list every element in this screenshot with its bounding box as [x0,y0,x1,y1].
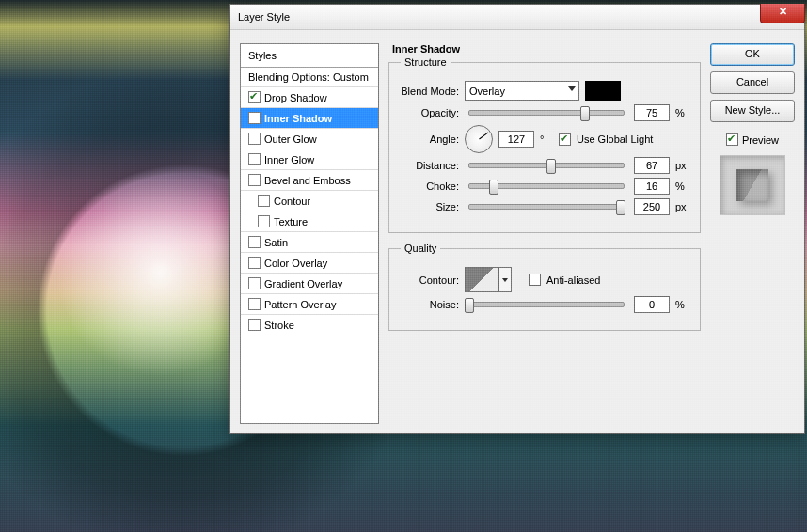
layer-style-dialog: Layer Style ✕ Styles Blending Options: C… [229,4,805,434]
anti-aliased-label: Anti-aliased [546,274,600,286]
global-light-checkbox[interactable] [559,133,571,146]
titlebar[interactable]: Layer Style ✕ [230,5,804,30]
structure-legend: Structure [401,56,451,68]
style-row-inner-glow[interactable]: Inner Glow [241,149,378,170]
style-row-inner-shadow[interactable]: Inner Shadow [241,108,378,129]
noise-input[interactable]: 0 [634,296,670,313]
noise-slider[interactable] [468,302,625,307]
structure-group: Structure Blend Mode: Overlay Opacity: [388,56,701,233]
angle-input[interactable]: 127 [498,131,534,148]
checkbox-contour[interactable] [258,195,270,207]
blending-options-row[interactable]: Blending Options: Custom [241,68,378,87]
checkbox-outer-glow[interactable] [248,133,261,145]
size-slider[interactable] [468,204,625,210]
style-label: Drop Shadow [264,92,327,103]
opacity-slider[interactable] [468,110,625,116]
panel-title: Inner Shadow [392,43,701,55]
checkbox-stroke[interactable] [248,319,261,331]
style-label: Gradient Overlay [264,278,342,289]
opacity-input[interactable]: 75 [634,104,670,121]
slider-thumb[interactable] [616,200,625,215]
opacity-label: Opacity: [401,107,459,118]
style-row-contour[interactable]: Contour [241,191,378,211]
ok-button[interactable]: OK [710,43,795,66]
blend-mode-label: Blend Mode: [401,86,459,97]
checkbox-texture[interactable] [258,215,270,227]
style-row-bevel-emboss[interactable]: Bevel and Emboss [241,170,378,191]
blend-mode-value: Overlay [469,86,505,97]
preview-sample-icon [736,169,768,201]
checkbox-color-overlay[interactable] [248,257,261,269]
size-label: Size: [401,201,459,212]
preview-checkbox[interactable] [726,133,738,146]
opacity-unit: % [675,107,688,118]
close-button[interactable]: ✕ [760,4,805,23]
canvas-background: Layer Style ✕ Styles Blending Options: C… [0,0,807,532]
style-row-gradient-overlay[interactable]: Gradient Overlay [241,274,378,294]
chevron-down-icon [568,86,576,91]
angle-label: Angle: [401,133,459,145]
quality-group: Quality Contour: Anti-aliased Noise: [388,243,701,331]
style-label: Pattern Overlay [264,299,336,310]
style-row-color-overlay[interactable]: Color Overlay [241,253,378,274]
size-unit: px [675,201,688,212]
checkbox-inner-glow[interactable] [248,153,261,165]
slider-thumb[interactable] [465,298,474,313]
angle-dial[interactable] [465,125,493,153]
cancel-button[interactable]: Cancel [710,71,795,94]
distance-input[interactable]: 67 [634,157,670,174]
preview-thumbnail [720,155,785,215]
preview-label: Preview [742,134,779,146]
style-label: Bevel and Emboss [264,175,351,186]
slider-thumb[interactable] [489,180,498,195]
choke-slider[interactable] [468,183,625,189]
chevron-down-icon[interactable] [498,267,512,292]
style-label: Color Overlay [264,258,327,269]
global-light-label: Use Global Light [577,133,653,145]
checkbox-drop-shadow[interactable] [248,91,261,103]
checkbox-inner-shadow[interactable] [248,112,261,124]
blend-mode-select[interactable]: Overlay [465,81,579,101]
window-title: Layer Style [238,11,290,23]
distance-unit: px [675,160,688,171]
styles-list-panel: Styles Blending Options: Custom Drop Sha… [240,43,379,424]
style-label: Texture [274,216,308,227]
size-input[interactable]: 250 [634,198,670,215]
distance-slider[interactable] [468,163,625,168]
style-label: Inner Shadow [264,113,332,124]
parameters-panel: Inner Shadow Structure Blend Mode: Overl… [388,43,701,424]
style-label: Stroke [264,320,294,331]
style-label: Satin [264,237,288,248]
checkbox-gradient-overlay[interactable] [248,277,261,289]
checkbox-satin[interactable] [248,236,261,248]
noise-unit: % [675,299,688,310]
styles-header[interactable]: Styles [241,44,378,68]
style-row-outer-glow[interactable]: Outer Glow [241,129,378,149]
dial-hand [479,132,488,139]
style-label: Outer Glow [264,133,317,145]
shadow-color-swatch[interactable] [585,81,621,101]
style-row-satin[interactable]: Satin [241,232,378,253]
noise-label: Noise: [401,299,459,310]
anti-aliased-checkbox[interactable] [529,274,541,286]
contour-picker[interactable] [465,267,512,292]
style-label: Contour [274,196,310,207]
style-row-drop-shadow[interactable]: Drop Shadow [241,87,378,108]
new-style-button[interactable]: New Style... [710,100,795,122]
right-button-column: OK Cancel New Style... Preview [710,43,795,424]
contour-preview-icon [465,267,498,292]
slider-thumb[interactable] [546,159,556,174]
style-row-pattern-overlay[interactable]: Pattern Overlay [241,294,378,315]
choke-input[interactable]: 16 [634,178,670,195]
checkbox-bevel-emboss[interactable] [248,174,261,186]
style-row-stroke[interactable]: Stroke [241,315,378,335]
slider-thumb[interactable] [580,106,590,121]
checkbox-pattern-overlay[interactable] [248,298,261,310]
style-row-texture[interactable]: Texture [241,211,378,232]
angle-unit: ° [540,133,553,145]
choke-label: Choke: [401,180,459,192]
distance-label: Distance: [401,160,459,171]
choke-unit: % [675,180,688,192]
blending-options-label: Blending Options: Custom [248,71,369,83]
quality-legend: Quality [401,243,440,254]
